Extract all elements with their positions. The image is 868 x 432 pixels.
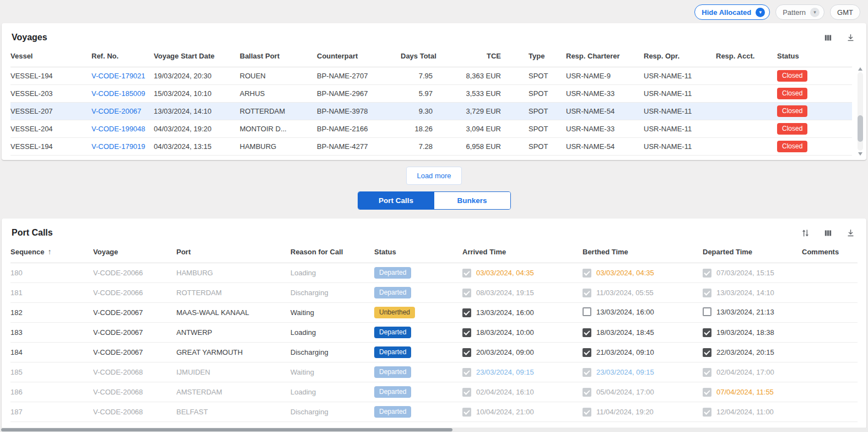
departed-time-checkbox[interactable] <box>703 269 711 278</box>
column-settings-button[interactable] <box>823 33 833 42</box>
berthed-time-checkbox[interactable] <box>583 307 591 316</box>
arrived-time-checkbox[interactable] <box>462 348 471 357</box>
sort-icon <box>801 228 810 238</box>
hide-allocated-button[interactable]: Hide Allocated ▾ <box>694 4 770 20</box>
pattern-button[interactable]: Pattern ▾ <box>775 4 824 20</box>
sort-button[interactable] <box>801 228 810 238</box>
departed-time-checkbox[interactable] <box>703 289 711 297</box>
voyages-column-header-type[interactable]: Type <box>511 47 566 67</box>
voyages-column-header-days-total[interactable]: Days Total <box>401 47 443 67</box>
voyage-ref-link[interactable]: V-CODE-179019 <box>91 142 145 151</box>
berthed-time-checkbox[interactable] <box>583 388 591 397</box>
departed-time-checkbox[interactable] <box>703 388 711 397</box>
horizontal-scrollbar[interactable] <box>0 428 868 432</box>
portcalls-row[interactable]: 180V-CODE-20066HAMBURGLoadingDeparted03/… <box>10 263 858 283</box>
portcalls-column-header-arrived-time[interactable]: Arrived Time <box>462 243 583 263</box>
portcalls-row[interactable]: 183V-CODE-20067ANTWERPLoadingDeparted18/… <box>10 323 858 343</box>
voyage-ref-link[interactable]: V-CODE-185009 <box>91 89 145 98</box>
voyages-column-header-resp-opr[interactable]: Resp. Opr. <box>644 47 716 67</box>
berthed-time-checkbox[interactable] <box>583 368 591 377</box>
voyages-scrollbar[interactable] <box>857 67 864 156</box>
portcalls-row[interactable]: 185V-CODE-20068IJMUIDENWaitingDeparted23… <box>10 362 858 382</box>
arrived-time-checkbox[interactable] <box>462 408 471 417</box>
port-cell: GREAT YARMOUTH <box>176 343 290 362</box>
resp-opr-cell: USR-NAME-11 <box>644 120 716 138</box>
berthed-time-checkbox[interactable] <box>583 328 591 337</box>
portcalls-column-header-port[interactable]: Port <box>176 243 290 263</box>
berthed-time-checkbox[interactable] <box>583 408 591 417</box>
arrived-time-checkbox[interactable] <box>462 308 471 317</box>
arrived-time-checkbox[interactable] <box>462 368 471 377</box>
tab-port-calls[interactable]: Port Calls <box>358 192 434 209</box>
portcalls-row[interactable]: 184V-CODE-20067GREAT YARMOUTHDischarging… <box>10 343 858 362</box>
portcalls-row[interactable]: 181V-CODE-20066ROTTERDAMDischargingDepar… <box>10 283 858 303</box>
departed-time-cell: 19/03/2024, 18:38 <box>703 323 802 343</box>
voyages-column-header-vessel[interactable]: Vessel <box>10 47 91 67</box>
berthed-time-checkbox[interactable] <box>583 348 591 357</box>
arrived-time-checkbox[interactable] <box>462 328 471 337</box>
voyages-row[interactable]: VESSEL-204V-CODE-19904804/03/2024, 19:20… <box>10 120 852 138</box>
sequence-cell: 181 <box>10 283 93 303</box>
departed-time-cell: 13/03/2024, 14:10 <box>703 283 802 303</box>
download-button[interactable] <box>846 228 855 238</box>
status-badge: Closed <box>777 70 807 82</box>
portcalls-column-header-reason-for-call[interactable]: Reason for Call <box>290 243 374 263</box>
voyages-column-header-resp-charterer[interactable]: Resp. Charterer <box>566 47 644 67</box>
departed-time-checkbox[interactable] <box>703 307 711 316</box>
voyage-ref-link[interactable]: V-CODE-199048 <box>91 125 145 133</box>
scroll-down-icon[interactable] <box>858 152 862 156</box>
column-settings-button[interactable] <box>823 228 833 238</box>
voyage-ref-link[interactable]: V-CODE-179021 <box>91 72 145 80</box>
berthed-time-checkbox[interactable] <box>583 269 591 278</box>
berthed-time-value: 03/03/2024, 04:35 <box>596 269 654 277</box>
arrived-time-checkbox[interactable] <box>462 388 471 397</box>
arrived-time-value: 13/03/2024, 16:00 <box>476 308 534 317</box>
departed-time-checkbox[interactable] <box>703 348 711 357</box>
horizontal-scrollbar-thumb[interactable] <box>1 428 452 431</box>
pattern-label: Pattern <box>783 8 806 17</box>
portcalls-column-header-berthed-time[interactable]: Berthed Time <box>583 243 703 263</box>
portcalls-column-header-voyage[interactable]: Voyage <box>93 243 176 263</box>
portcalls-column-header-comments[interactable]: Comments <box>802 243 858 263</box>
voyages-scrollbar-track[interactable] <box>858 72 863 151</box>
arrived-time-checkbox[interactable] <box>462 269 471 278</box>
voyages-row[interactable]: VESSEL-194V-CODE-17902119/03/2024, 20:30… <box>10 67 852 85</box>
chevron-down-icon: ▾ <box>810 8 820 17</box>
tab-bunkers[interactable]: Bunkers <box>434 192 510 209</box>
departed-time-checkbox[interactable] <box>703 368 711 377</box>
voyages-row[interactable]: VESSEL-194V-CODE-17901904/03/2024, 13:15… <box>10 138 852 156</box>
scroll-up-icon[interactable] <box>858 67 862 71</box>
voyages-column-header-status[interactable]: Status <box>777 47 852 67</box>
portcalls-column-header-departed-time[interactable]: Departed Time <box>703 243 802 263</box>
portcalls-row[interactable]: 186V-CODE-20068AMSTERDAMLoadingDeparted0… <box>10 382 858 402</box>
tce-cell: 8,363 EUR <box>443 67 511 85</box>
voyages-column-header-voyage-start-date[interactable]: Voyage Start Date <box>154 47 240 67</box>
departed-time-checkbox[interactable] <box>703 328 711 337</box>
voyages-row[interactable]: VESSEL-203V-CODE-18500915/03/2024, 10:10… <box>10 85 852 103</box>
voyages-column-header-resp-acct[interactable]: Resp. Acct. <box>716 47 777 67</box>
voyages-row[interactable]: VESSEL-207V-CODE-2006713/03/2024, 14:10R… <box>10 103 852 120</box>
arrived-time-checkbox[interactable] <box>462 289 471 297</box>
portcalls-column-label: Comments <box>802 248 839 256</box>
departed-time-checkbox[interactable] <box>703 408 711 417</box>
voyages-scrollbar-thumb[interactable] <box>858 115 863 142</box>
portcalls-column-header-status[interactable]: Status <box>374 243 462 263</box>
download-button[interactable] <box>846 33 855 42</box>
voyages-column-header-tce[interactable]: TCE <box>443 47 511 67</box>
voyages-column-header-ref-no[interactable]: Ref. No. <box>91 47 154 67</box>
load-more-button[interactable]: Load more <box>406 167 461 185</box>
voyage-ref-link[interactable]: V-CODE-20067 <box>91 107 141 115</box>
portcalls-row[interactable]: 182V-CODE-20067MAAS-WAAL KANAALWaitingUn… <box>10 303 858 323</box>
status-badge: Closed <box>777 123 807 135</box>
berthed-time-checkbox[interactable] <box>583 289 591 297</box>
port-calls-panel: Port Calls <box>2 218 866 429</box>
portcalls-column-header-sequence[interactable]: Sequence↑ <box>10 243 93 263</box>
voyages-header-icons <box>823 33 855 42</box>
voyages-column-header-ballast-port[interactable]: Ballast Port <box>240 47 317 67</box>
reason-for-call-cell: Discharging <box>290 283 374 303</box>
days-total-cell: 18.26 <box>401 120 443 138</box>
portcalls-row[interactable]: 187V-CODE-20068BELFASTDischargingDeparte… <box>10 402 858 422</box>
voyage-start-date-cell: 15/03/2024, 10:10 <box>154 85 240 103</box>
voyages-column-header-counterpart[interactable]: Counterpart <box>317 47 401 67</box>
gmt-button[interactable]: GMT <box>830 4 860 20</box>
